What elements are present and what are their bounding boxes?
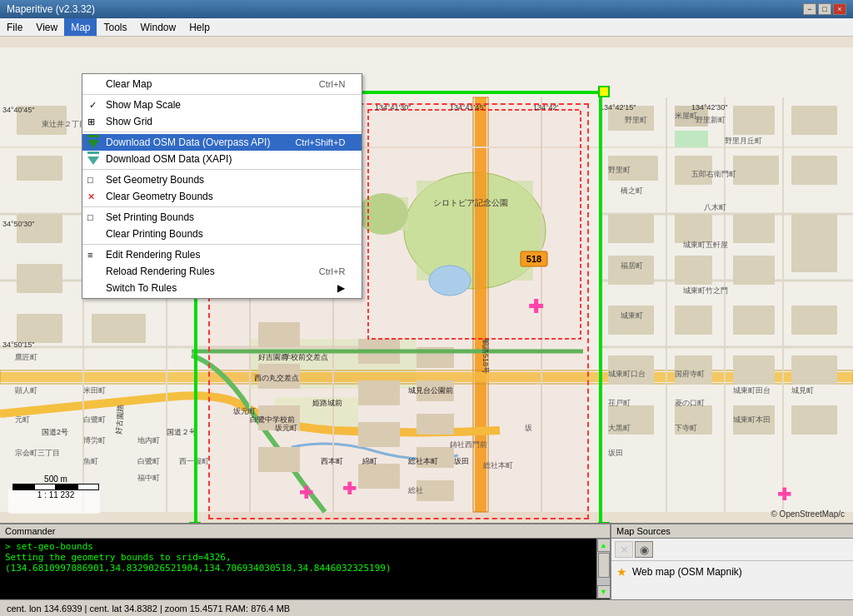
maximize-button[interactable]: □ [818, 3, 831, 15]
menu-item-download-osm-xapi[interactable]: Download OSM Data (XAPI) [82, 151, 362, 167]
commander-scrollbar[interactable]: ▲ ▼ [596, 539, 610, 599]
sources-delete-button[interactable]: ✕ [615, 541, 633, 558]
scroll-thumb[interactable] [598, 553, 610, 578]
scroll-up-button[interactable]: ▲ [597, 539, 611, 552]
svg-text:34°50'15": 34°50'15" [2, 340, 35, 349]
menu-item-show-map-scale[interactable]: ✓ Show Map Scale [82, 97, 362, 113]
menu-item-set-printing-bounds[interactable]: □ Set Printing Bounds [82, 209, 362, 226]
cross-marker-4: ✚ [777, 484, 791, 504]
svg-rect-41 [733, 156, 779, 185]
commander-header: Commander [0, 524, 610, 539]
svg-text:城東町口台: 城東町口台 [607, 370, 646, 378]
svg-rect-38 [791, 106, 837, 135]
cross-marker-2: ✚ [299, 483, 313, 503]
svg-text:城東町五軒屋: 城東町五軒屋 [682, 241, 728, 249]
menu-item-clear-geometry-bounds[interactable]: ✕ Clear Geometry Bounds [82, 188, 362, 205]
svg-text:野里町: 野里町 [625, 116, 647, 124]
menu-item-edit-rendering-rules[interactable]: ≡ Edit Rendering Rules [82, 246, 362, 263]
menu-map[interactable]: Map [64, 18, 97, 36]
menu-item-clear-printing-bounds[interactable]: Clear Printing Bounds [82, 226, 362, 242]
scale-bar: 500 m 1 : 11 232 [12, 474, 99, 499]
map-sources-header: Map Sources [611, 524, 853, 539]
menubar: File View Map Tools Window Help [0, 18, 853, 37]
menu-file[interactable]: File [0, 18, 29, 36]
source-item-osm-mapnik[interactable]: ★ Web map (OSM Mapnik) [613, 563, 851, 581]
menu-view[interactable]: View [29, 18, 64, 36]
cross-marker-1: ✚ [528, 296, 543, 318]
svg-text:坂田: 坂田 [607, 449, 623, 457]
svg-rect-46 [675, 256, 712, 285]
label-edit-rendering-rules: Edit Rendering Rules [106, 249, 200, 261]
scale-ratio: 1 : 11 232 [12, 490, 99, 499]
scale-distance: 500 m [12, 474, 99, 484]
svg-rect-29 [17, 156, 62, 181]
svg-text:34°50'30": 34°50'30" [2, 220, 35, 228]
svg-text:城東町: 城東町 [620, 311, 643, 320]
svg-text:八木町: 八木町 [704, 203, 726, 211]
label-switch-to-rules: Switch To Rules [106, 282, 177, 294]
icon-set-geometry: □ [87, 175, 93, 185]
svg-text:鷹匠町: 鷹匠町 [15, 353, 37, 361]
svg-rect-155 [90, 156, 97, 160]
scroll-track [597, 552, 610, 585]
svg-rect-48 [733, 256, 775, 285]
source-item-label: Web map (OSM Mapnik) [632, 566, 742, 578]
globe-icon: ◉ [640, 544, 649, 556]
separator-2 [82, 132, 362, 132]
svg-rect-52 [733, 306, 775, 335]
label-set-printing-bounds: Set Printing Bounds [106, 211, 194, 223]
menu-item-set-geometry-bounds[interactable]: □ Set Geometry Bounds [82, 171, 362, 188]
minimize-button[interactable]: − [803, 3, 816, 15]
scroll-down-button[interactable]: ▼ [597, 585, 611, 599]
svg-rect-51 [675, 306, 712, 335]
svg-rect-152 [90, 140, 97, 143]
svg-text:東辻井２丁目: 東辻井２丁目 [42, 120, 87, 128]
arrow-switch-to-rules: ▶ [329, 282, 345, 294]
corner-marker-bl[interactable] [189, 522, 201, 523]
svg-rect-66 [17, 314, 62, 343]
menu-item-download-osm-overpass[interactable]: Download OSM Data (Overpass API) Ctrl+Sh… [82, 134, 362, 151]
label-show-map-scale: Show Map Scale [106, 99, 181, 111]
label-clear-printing-bounds: Clear Printing Bounds [106, 228, 203, 240]
delete-icon: ✕ [620, 544, 629, 556]
svg-text:博労町: 博労町 [83, 436, 106, 445]
corner-marker-tr[interactable] [598, 86, 610, 97]
statusbar: cent. lon 134.6939 | cent. lat 34.8382 |… [0, 599, 853, 616]
separator-3 [82, 169, 362, 170]
label-reload-rendering-rules: Reload Rendering Rules [106, 266, 215, 277]
svg-rect-36 [675, 131, 708, 147]
close-button[interactable]: × [833, 3, 846, 15]
label-show-grid: Show Grid [106, 116, 152, 127]
commander-line-1: > set-geo-bounds [5, 541, 591, 552]
source-star-icon: ★ [616, 565, 627, 579]
menu-window[interactable]: Window [134, 18, 183, 36]
main-area: 518 東辻井２丁目 シロトピア記念公園 野里町 野里新町 野里月丘町 野里町 … [0, 37, 853, 616]
svg-text:下寺町: 下寺町 [675, 424, 697, 432]
svg-rect-53 [791, 306, 837, 335]
menu-item-reload-rendering-rules[interactable]: Reload Rendering Rules Ctrl+R [82, 263, 362, 280]
map-sources-title: Map Sources [616, 526, 671, 536]
icon-clear-geometry: ✕ [87, 191, 95, 202]
svg-text:野里新町: 野里新町 [696, 116, 726, 124]
sources-globe-button[interactable]: ◉ [635, 541, 653, 558]
svg-text:134°42'15": 134°42'15" [600, 103, 636, 112]
separator-1 [82, 94, 362, 95]
map-attribution: © OpenStreetMap/c [771, 509, 845, 519]
svg-text:米田町: 米田町 [83, 386, 106, 395]
map-area[interactable]: 518 東辻井２丁目 シロトピア記念公園 野里町 野里新町 野里月丘町 野里町 … [0, 37, 853, 523]
menu-item-switch-to-rules[interactable]: Switch To Rules ▶ [82, 280, 362, 296]
menu-tools[interactable]: Tools [97, 18, 133, 36]
map-menu-dropdown: Clear Map Ctrl+N ✓ Show Map Scale ⊞ Show… [82, 73, 362, 299]
svg-text:橋之町: 橋之町 [621, 186, 643, 195]
corner-marker-br[interactable] [598, 522, 610, 523]
menu-item-show-grid[interactable]: ⊞ Show Grid [82, 113, 362, 130]
menu-help[interactable]: Help [182, 18, 217, 36]
svg-text:城見町: 城見町 [791, 386, 814, 395]
svg-text:134°42'30": 134°42'30" [691, 103, 728, 112]
menu-item-clear-map[interactable]: Clear Map Ctrl+N [82, 76, 362, 92]
svg-rect-45 [675, 214, 712, 243]
svg-rect-64 [17, 264, 62, 293]
svg-rect-67 [92, 314, 146, 343]
svg-rect-43 [608, 214, 654, 243]
svg-text:顕人町: 顕人町 [14, 386, 37, 395]
